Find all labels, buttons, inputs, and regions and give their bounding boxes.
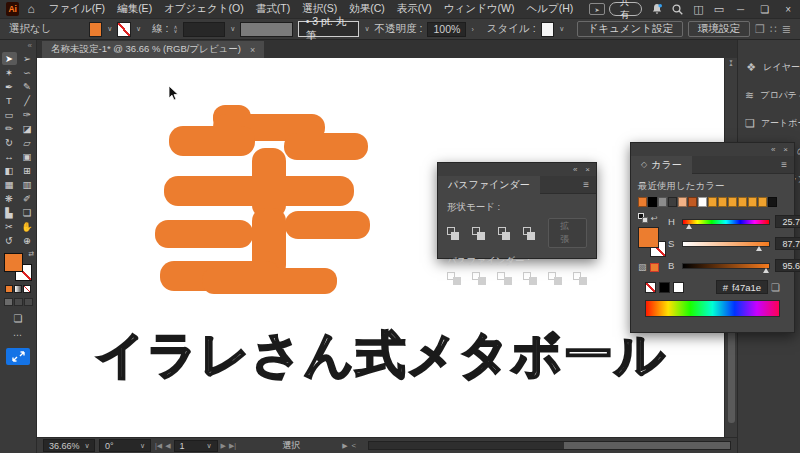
hex-value-field[interactable]: # f47a1e [716,280,768,294]
slider-thumb[interactable] [686,224,692,229]
web-color-warning-icon[interactable]: ▧ [638,262,647,272]
opacity-field[interactable]: 100% [427,22,466,37]
tab-close-icon[interactable]: × [250,45,255,55]
recent-swatch-9[interactable] [728,197,737,207]
swap-fill-stroke-icon[interactable]: ⇄ [28,250,34,258]
stroke-chevron-icon[interactable]: ∨ [136,25,141,33]
recent-swatch-2[interactable] [658,197,667,207]
recent-swatch-3[interactable] [668,197,677,207]
fill-proxy-swatch[interactable] [638,227,659,248]
screen-mode-button[interactable]: ❏ [14,313,23,324]
copy-hex-icon[interactable]: ❏ [771,282,780,293]
unite-button[interactable] [447,227,459,240]
zoom-tool-icon[interactable]: ⊕ [20,234,35,247]
none-swatch[interactable] [645,282,656,293]
style-swatch[interactable] [541,22,555,37]
free-transform-tool-icon[interactable]: ▣ [20,150,35,163]
toolbar-blue-arrows-button[interactable] [6,348,30,365]
rectangle-tool-icon[interactable]: ▭ [2,108,17,121]
status-play-icon[interactable]: ▶ [342,442,347,450]
black-swatch[interactable] [659,282,670,293]
rotation-chevron-icon[interactable]: ∨ [140,442,145,450]
restore-button[interactable]: ❏ [757,4,772,15]
rotate-tool-icon[interactable]: ↻ [2,136,17,149]
edit-toolbar-dots-icon[interactable]: ⋯ [13,330,23,340]
lasso-tool-icon[interactable]: ∽ [20,66,35,79]
slider-value-field[interactable]: 25.7 [775,215,800,228]
recent-swatch-6[interactable] [698,197,707,207]
color-spectrum-bar[interactable] [645,300,780,317]
document-setup-button[interactable]: ドキュメント設定 [577,21,682,37]
recent-swatch-5[interactable] [688,197,697,207]
recent-swatch-12[interactable] [758,197,767,207]
minus-back-button[interactable] [573,272,587,285]
s-slider-track[interactable] [682,241,770,247]
fill-color-swatch[interactable] [89,22,103,37]
prev-artboard-icon[interactable]: ◀ [165,442,170,450]
graph-tool-icon[interactable]: ▙ [2,206,17,219]
collapse-panel-icon[interactable]: « [573,165,577,174]
search-icon[interactable] [672,4,683,15]
recent-swatch-11[interactable] [748,197,757,207]
metaball-artwork[interactable] [142,98,382,303]
slider-thumb[interactable] [756,246,762,251]
home-icon[interactable]: ⌂ [27,2,34,16]
line-segment-tool-icon[interactable]: ╱ [20,94,35,107]
menu-item-1[interactable]: 編集(E) [111,2,158,16]
stroke-weight-field[interactable] [183,22,226,37]
dock-item-artboards[interactable]: ❏アートボード [738,109,800,137]
collapse-panel-icon[interactable]: « [771,145,775,154]
menu-item-2[interactable]: オブジェクト(O) [158,2,250,16]
stroke-color-swatch[interactable] [117,22,131,37]
paintbrush-tool-icon[interactable]: ✑ [20,108,35,121]
recent-swatch-7[interactable] [708,197,717,207]
eyedropper-tool-icon[interactable]: ✐ [20,192,35,205]
draw-behind-button[interactable] [14,298,23,306]
trim-button[interactable] [472,272,486,285]
fill-stroke-widget[interactable]: ⇄ [4,253,32,281]
white-swatch[interactable] [673,282,684,293]
color-mode-button[interactable] [5,285,13,293]
variable-width-profile-field[interactable] [240,22,292,37]
pencil-tool-icon[interactable]: ✎ [20,80,35,93]
dock-item-properties[interactable]: ≋プロパティ [738,81,800,109]
slider-thumb[interactable] [763,268,769,273]
eraser-tool-icon[interactable]: ◪ [20,122,35,135]
slider-value-field[interactable]: 87.7 [775,237,800,250]
slice-tool-icon[interactable]: ✂ [2,220,17,233]
illustrator-logo-icon[interactable]: Ai [6,2,19,16]
brush-chevron-icon[interactable]: ∨ [364,25,369,33]
isolate-icon[interactable]: ∷ [770,23,777,36]
last-artboard-icon[interactable]: ▶| [229,442,236,450]
pointer-tool-indicator-icon[interactable]: ➤ [589,3,604,15]
swap-colors-icon[interactable]: ↩ [651,214,658,223]
fill-chevron-icon[interactable]: ∨ [107,25,112,33]
close-button[interactable]: × [782,4,794,15]
menu-item-4[interactable]: 選択(S) [296,2,343,16]
mesh-tool-icon[interactable]: ▦ [2,178,17,191]
artboard-tool-icon[interactable]: ❏ [20,206,35,219]
crop-button[interactable] [523,272,537,285]
dock-item-layers[interactable]: ❖レイヤー [738,53,800,81]
color-tab[interactable]: ◇ カラー [631,156,692,174]
type-tool-icon[interactable]: T [2,94,17,107]
h-slider-track[interactable] [682,219,770,225]
share-button[interactable]: 共有 [609,2,643,16]
style-chevron-icon[interactable]: ∨ [559,25,564,33]
width-tool-icon[interactable]: ↔ [2,150,17,163]
next-artboard-icon[interactable]: ▶ [221,442,226,450]
artboard-chevron-icon[interactable]: ∨ [206,442,211,450]
opacity-arrow-icon[interactable]: › [471,26,473,33]
symbol-sprayer-tool-icon[interactable]: ❋ [2,192,17,205]
warning-color-swatch[interactable] [650,263,659,272]
rotate-view-tool-icon[interactable]: ↺ [2,234,17,247]
pen-tool-icon[interactable]: ✒ [2,80,17,93]
close-panel-icon[interactable]: × [783,145,788,154]
shaper-tool-icon[interactable]: ✏ [2,122,17,135]
perspective-grid-tool-icon[interactable]: ⊞ [20,164,35,177]
mini-fill-stroke-icon[interactable] [638,213,648,223]
stroke-weight-stepper[interactable]: ∧∨ [174,25,178,33]
draw-normal-button[interactable] [4,298,13,306]
scale-tool-icon[interactable]: ▱ [20,136,35,149]
b-slider-track[interactable] [682,263,770,269]
